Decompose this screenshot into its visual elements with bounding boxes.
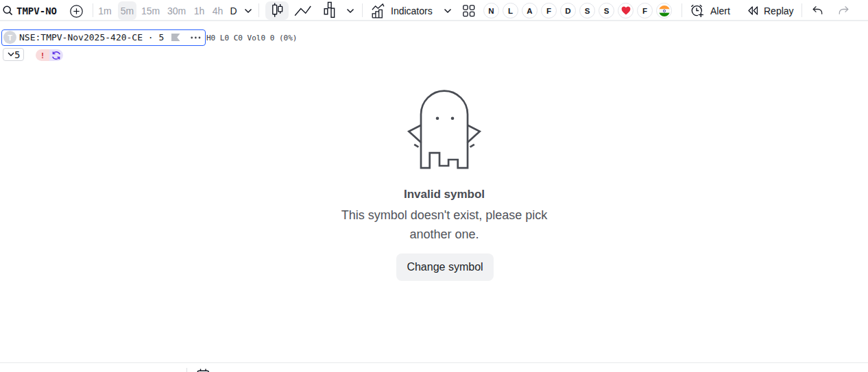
undo-icon[interactable] <box>812 6 823 15</box>
bottom-toolbar-separator <box>186 368 187 372</box>
go-to-date-calendar-icon[interactable] <box>197 369 210 372</box>
replay-label: Replay <box>764 5 794 16</box>
toolbar-separator <box>258 3 259 17</box>
change-symbol-button[interactable]: Change symbol <box>396 253 494 281</box>
ghost-illustration <box>402 85 487 171</box>
timeframe-menu-chevron-icon[interactable] <box>244 8 252 14</box>
toolbar-separator <box>682 3 682 17</box>
alert-button[interactable]: Alert <box>690 0 730 21</box>
quick-badge-n[interactable]: N <box>483 3 499 18</box>
quick-badge-f1[interactable]: F <box>541 3 557 18</box>
alert-clock-plus-icon <box>690 3 705 18</box>
legend-symbol-title[interactable]: NSE:TMPV-Nov2025-420-CE · 5 <box>19 32 164 42</box>
indicators-label: Indicators <box>391 5 433 16</box>
redo-icon[interactable] <box>839 6 849 15</box>
flag-symbol-icon[interactable] <box>171 33 180 42</box>
bar-count-dropdown[interactable]: 5 <box>3 48 24 61</box>
top-toolbar: TMPV-NO 1m 5m 15m 30m 1h 4h D <box>0 0 868 21</box>
timeframe-1m[interactable]: 1m <box>97 0 112 21</box>
chart-style-menu-chevron-icon[interactable] <box>346 8 354 14</box>
india-flag-icon <box>659 5 670 16</box>
quick-badge-f2[interactable]: F <box>637 3 653 18</box>
quick-badge-d[interactable]: D <box>560 3 576 18</box>
timeframe-1h[interactable]: 1h <box>192 0 206 21</box>
indicators-menu-chevron-icon[interactable] <box>444 8 452 14</box>
indicators-button[interactable]: Indicators <box>372 0 433 21</box>
bottom-pane-divider[interactable] <box>0 362 868 363</box>
heart-icon <box>621 6 631 15</box>
bar-count-value: 5 <box>14 49 20 60</box>
empty-state-message: This symbol doesn't exist, please pick a… <box>0 206 868 244</box>
empty-state-title: Invalid symbol <box>0 188 868 201</box>
timeframe-4h[interactable]: 4h <box>210 0 225 21</box>
quick-badge-s2[interactable]: S <box>599 3 614 18</box>
toolbar-separator <box>93 3 93 17</box>
candles-chart-icon[interactable] <box>269 2 285 19</box>
blocks-chart-icon[interactable] <box>323 1 335 18</box>
legend-ohlc-values: H0 L0 C0 Vol0 0 (0%) <box>206 29 297 46</box>
chevron-down-icon <box>8 52 14 57</box>
alert-label: Alert <box>710 5 730 16</box>
quick-badge-india[interactable] <box>656 3 672 18</box>
quick-badge-heart[interactable] <box>618 3 634 18</box>
sync-icon <box>51 51 61 60</box>
search-icon <box>3 5 13 16</box>
quick-badge-s1[interactable]: S <box>579 3 595 18</box>
quick-badge-l[interactable]: L <box>503 3 518 18</box>
replay-button[interactable]: Replay <box>747 0 794 21</box>
symbol-logo: T <box>3 31 16 44</box>
layout-grid-icon[interactable] <box>463 5 475 17</box>
data-error-badge[interactable]: ! <box>36 49 49 61</box>
timeframe-15m[interactable]: 15m <box>140 0 161 21</box>
compare-add-icon[interactable] <box>70 5 83 18</box>
chart-window: TMPV-NO 1m 5m 15m 30m 1h 4h D <box>0 0 868 372</box>
legend-more-icon[interactable] <box>191 36 201 39</box>
symbol-search-value: TMPV-NO <box>16 5 57 16</box>
toolbar-separator <box>801 3 802 17</box>
line-chart-icon[interactable] <box>293 3 312 17</box>
symbol-search-button[interactable]: TMPV-NO <box>3 0 57 21</box>
timeframe-D[interactable]: D <box>228 0 239 21</box>
timeframe-30m[interactable]: 30m <box>166 0 187 21</box>
toolbar-separator <box>362 3 363 17</box>
indicators-icon <box>372 3 385 18</box>
quick-badge-a[interactable]: A <box>522 3 538 18</box>
timeframe-5m[interactable]: 5m <box>118 1 136 20</box>
symbol-legend[interactable]: T NSE:TMPV-Nov2025-420-CE · 5 <box>1 29 206 46</box>
data-status-pill: ! <box>36 49 63 61</box>
replay-rewind-icon <box>747 5 758 16</box>
refresh-badge[interactable] <box>49 49 63 61</box>
